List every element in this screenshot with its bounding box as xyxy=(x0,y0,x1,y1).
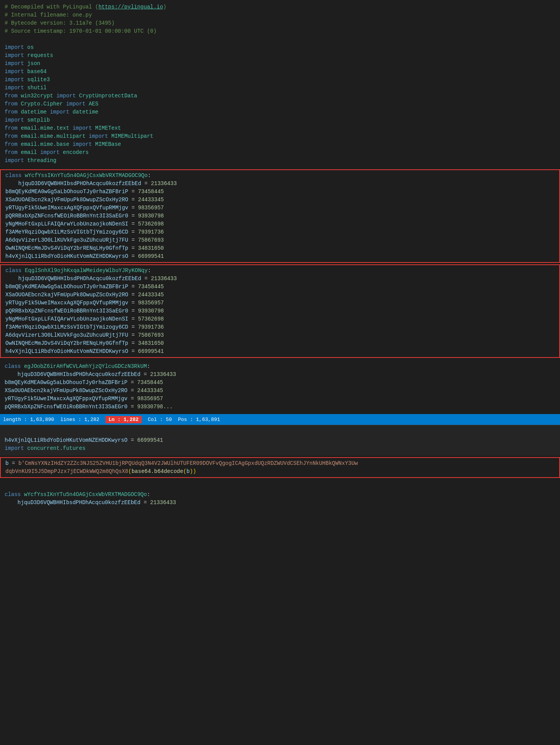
comment-line-3: # Bytecode version: 3.11a7e (3495) xyxy=(5,20,115,26)
highlighted-class-1: class wYcfYssIKnYTu5n4OAGjCsxWbVRXTMADGO… xyxy=(0,169,560,263)
from-email-mime-multipart: from xyxy=(5,133,18,139)
bottom-var-line: h4vXjnlQL1iRbdYoDioHKutVomNZEHDDKwyrsO xyxy=(5,437,127,443)
from-datetime: from xyxy=(5,109,18,115)
from-email-mime-text: from xyxy=(5,125,18,131)
bottom-section: h4vXjnlQL1iRbdYoDioHKutVomNZEHDDKwyrsO =… xyxy=(0,425,560,456)
import-os: import xyxy=(5,44,24,50)
import-sqlite3: import xyxy=(5,77,24,83)
status-bar: length : 1,63,890 lines : 1,282 Ln : 1,2… xyxy=(0,414,560,425)
comment-line-4: # Source timestamp: 1970-01-01 00:00:00 … xyxy=(5,28,157,34)
from-email: from xyxy=(5,149,18,155)
status-ln-col-highlight: Ln : 1,282 xyxy=(105,416,142,423)
pylingual-link[interactable]: https://pylingual.io xyxy=(99,4,163,10)
import-shutil: import xyxy=(5,85,24,91)
status-length: length : 1,63,890 xyxy=(3,417,54,423)
comment-line-2: # Internal filename: one.py xyxy=(5,12,92,18)
status-pos: Pos : 1,63,891 xyxy=(178,417,220,423)
from-crypto: from xyxy=(5,101,18,107)
highlighted-class-2: class EqglSnhXl9ojhKxqalWMeideyWlbuYJRyK… xyxy=(0,264,560,358)
from-email-mime-base: from xyxy=(5,141,18,147)
bottom-highlighted-block: b = b'CmNsYXNzIHdZY2ZZc3NJS25ZVHU1bjRPQU… xyxy=(0,457,560,478)
import-json: import xyxy=(5,60,24,67)
status-lines: lines : 1,282 xyxy=(60,417,99,423)
editor-container: # Decompiled with PyLingual (https://pyl… xyxy=(0,0,560,510)
final-class-section: class wYcfYssIKnYTu5n4OAGjCsxWbVRXTMADGO… xyxy=(0,479,560,510)
class-3-section: class egJOobZ6irAHfWCVLAmhYjzQYlcuGDCzN3… xyxy=(0,359,560,414)
import-base64: import xyxy=(5,68,24,75)
comment-line-1: # Decompiled with PyLingual (https://pyl… xyxy=(5,4,166,10)
import-threading: import xyxy=(5,157,24,164)
from-win32crypt: from xyxy=(5,93,18,99)
import-requests: import xyxy=(5,52,24,58)
header-comments: # Decompiled with PyLingual (https://pyl… xyxy=(0,0,560,168)
status-col: Col : 50 xyxy=(148,417,172,423)
import-smtplib: import xyxy=(5,117,24,123)
